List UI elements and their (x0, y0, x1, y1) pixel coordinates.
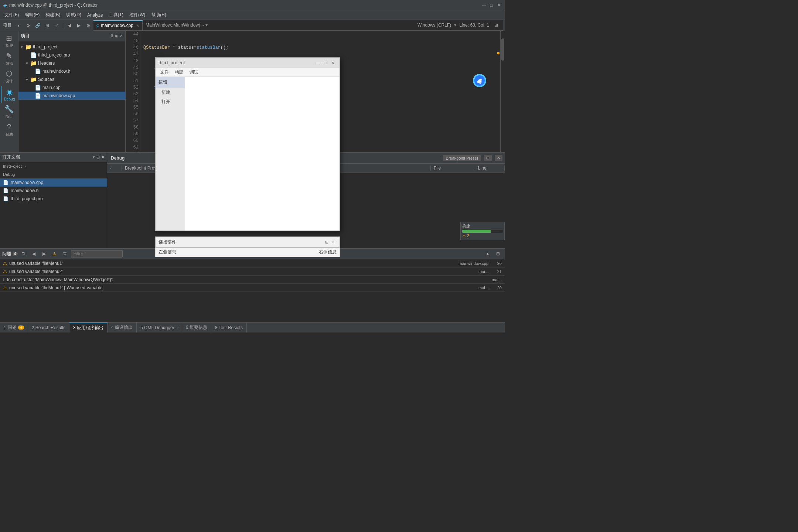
views-button[interactable]: Breakpoint Preset (443, 155, 481, 161)
menu-tools[interactable]: 工具(T) (106, 11, 126, 19)
issues-filter-icon[interactable]: ▽ (61, 250, 69, 258)
sidebar-item-debug[interactable]: ◉ Debug (1, 86, 18, 103)
open-docs-sort[interactable]: ▾ (93, 155, 95, 160)
menu-edit[interactable]: 编辑(E) (22, 11, 42, 19)
tree-arrow-sources: ▼ (25, 78, 30, 82)
projects-icon: 🔧 (4, 105, 14, 113)
open-docs-close[interactable]: ✕ (101, 155, 105, 160)
popup-sidebar-btn[interactable]: 按钮 (156, 77, 185, 88)
line-56: 56 (127, 111, 139, 117)
toolbar-configure[interactable]: ⚙ (24, 21, 33, 30)
tab-test[interactable]: 8 Test Results (211, 323, 247, 332)
tree-item-pro[interactable]: 📄 third_project.pro (18, 51, 125, 59)
issues-filter-input[interactable] (71, 250, 123, 258)
menu-help[interactable]: 帮助(H) (148, 11, 169, 19)
nav-copy[interactable]: ⊕ (84, 21, 93, 30)
add-tab-btn[interactable]: ⊞ (492, 23, 500, 28)
sidebar-label-projects: 项目 (6, 114, 13, 119)
popup-menu-file[interactable]: 文件 (157, 68, 172, 76)
issues-next-btn[interactable]: ▶ (40, 250, 49, 258)
menu-file[interactable]: 文件(F) (1, 11, 22, 19)
encoding-label: Windows (CRLF) (417, 23, 451, 28)
tab-qml-debug[interactable]: 5 QML Debugger··· (137, 323, 182, 332)
tree-item-sources[interactable]: ▼ 📁 Sources (18, 75, 125, 83)
project-tree: ▼ 📁 third_project 📄 third_project.pro ▼ … (18, 41, 125, 152)
tab-mainwindow-cpp[interactable]: C mainwindow.cpp ✕ (93, 20, 143, 30)
doc-item-debug[interactable]: Debug (0, 170, 107, 178)
nav-back[interactable]: ◀ (65, 21, 74, 30)
tab-search[interactable]: 2 Search Results (28, 323, 69, 332)
popup-menubar: 文件 构建 调试 (156, 68, 340, 77)
vertical-scrollbar[interactable] (500, 31, 505, 152)
issue-text-2: In constructor 'MainWindow::MainWindow(Q… (7, 277, 490, 282)
tab-app-output[interactable]: 3 应用程序输出 (69, 323, 108, 332)
sidebar-item-edit[interactable]: ✎ 编辑 (1, 50, 18, 67)
minimize-btn[interactable]: — (481, 2, 487, 8)
doc-mainwindow-cpp[interactable]: 📄 mainwindow.cpp (0, 178, 107, 187)
menu-build[interactable]: 构建(B) (42, 11, 63, 19)
issue-text-0: unused variable 'flieMenu1' (9, 261, 456, 266)
sidebar-item-welcome[interactable]: ⊞ 欢迎 (1, 33, 18, 50)
maximize-panel-btn[interactable]: ⊞ (484, 155, 492, 161)
tab-compile[interactable]: 4 编译输出 (108, 323, 137, 332)
tab-close-btn[interactable]: ✕ (136, 24, 139, 28)
tree-item-mainwindow-cpp[interactable]: 📄 mainwindow.cpp (18, 92, 125, 100)
issue-item-2[interactable]: ℹ In constructor 'MainWindow::MainWindow… (0, 276, 505, 284)
maximize-panel-btn2[interactable]: ✕ (495, 155, 502, 161)
close-btn[interactable]: ✕ (496, 2, 502, 8)
tree-main-cpp-label: main.cpp (42, 85, 61, 90)
tree-item-mainwindow-h[interactable]: 📄 mainwindow.h (18, 67, 125, 75)
panel-close-btn[interactable]: ✕ (120, 34, 123, 38)
doc-mainwindow-h[interactable]: 📄 mainwindow.h (0, 187, 107, 195)
project-dropdown[interactable]: ▾ (14, 21, 23, 30)
editor-info: Windows (CRLF) ▾ Line: 63, Col: 1 ⊞ (415, 20, 503, 30)
toolbar-link[interactable]: 🔗 (33, 21, 42, 30)
menu-analyze[interactable]: Analyze (84, 12, 106, 18)
sidebar-item-design[interactable]: ⬡ 设计 (1, 68, 18, 85)
menu-widgets[interactable]: 控件(W) (126, 11, 148, 19)
tab-general[interactable]: 6 概要信息 (182, 323, 211, 332)
popup-sidebar-open[interactable]: 打开 (156, 97, 185, 106)
line-47: 47 (127, 51, 139, 58)
issues-prev-btn[interactable]: ◀ (30, 250, 38, 258)
tree-root[interactable]: ▼ 📁 third_project (18, 43, 125, 51)
issue-item-1[interactable]: ⚠ unused variable 'flieMenu2' mai... 21 (0, 267, 505, 276)
issues-filter-btn[interactable]: ⇅ (19, 250, 28, 258)
solder-close-btn[interactable]: ✕ (330, 239, 337, 245)
lower-left-panels: 打开文档 ▾ ⊞ ✕ third··oject › Debug 📄 mainwi… (0, 153, 107, 248)
build-label: 构建 (462, 224, 503, 229)
issue-item-3[interactable]: ⚠ unused variable 'flieMenu1' [-Wunused-… (0, 284, 505, 292)
doc-pro-file[interactable]: 📄 third_project.pro (0, 195, 107, 203)
issue-item-0[interactable]: ⚠ unused variable 'flieMenu1' mainwindow… (0, 259, 505, 267)
popup-menu-debug[interactable]: 调试 (187, 68, 201, 76)
help-icon: ? (7, 123, 11, 131)
issues-collapse-btn[interactable]: ▲ (483, 250, 492, 258)
popup-maximize-btn[interactable]: □ (322, 59, 329, 66)
popup-sidebar-new[interactable]: 新建 (156, 88, 185, 97)
menu-debug[interactable]: 调试(D) (63, 11, 84, 19)
popup-menu-build[interactable]: 构建 (172, 68, 187, 76)
tree-item-headers[interactable]: ▼ 📁 Headers (18, 59, 125, 67)
sidebar-item-help[interactable]: ? 帮助 (1, 121, 18, 138)
panel-sync-btn[interactable]: ⊞ (115, 34, 118, 38)
popup-content[interactable] (185, 77, 340, 231)
issues-max-btn[interactable]: ⊞ (494, 250, 502, 258)
open-docs-add[interactable]: ⊞ (96, 155, 100, 160)
toolbar-float[interactable]: ⤢ (52, 21, 61, 30)
doc-item-session[interactable]: third··oject › (0, 162, 107, 170)
breadcrumb-fn: MainWindow::MainWindow(··· (146, 23, 204, 28)
popup-close-btn[interactable]: ✕ (329, 59, 337, 66)
maximize-btn[interactable]: □ (488, 2, 494, 8)
nav-fwd[interactable]: ▶ (74, 21, 83, 30)
panel-sort-btn[interactable]: ⇅ (110, 34, 113, 38)
tab-filename: mainwindow.cpp (101, 23, 133, 28)
toolbar-split[interactable]: ⊞ (43, 21, 52, 30)
tree-item-main-cpp[interactable]: 📄 main.cpp (18, 83, 125, 92)
popup-minimize-btn[interactable]: — (314, 59, 322, 66)
issue-line-3: 20 (491, 286, 502, 290)
tab-issues[interactable]: 1 问题 4 (0, 323, 28, 332)
solder-restore-btn[interactable]: ⊞ (323, 239, 330, 245)
issues-warn-btn[interactable]: ⚠ (50, 250, 59, 258)
scrollbar-thumb[interactable] (501, 38, 504, 61)
sidebar-item-projects[interactable]: 🔧 项目 (1, 103, 18, 120)
